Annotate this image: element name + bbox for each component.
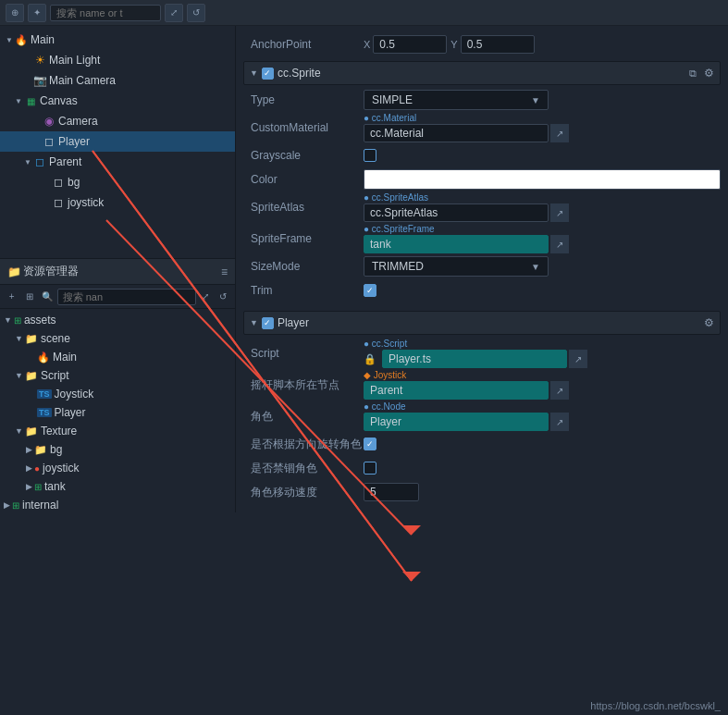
sprite-atlas-tag: ● cc.SpriteAtlas <box>364 192 721 203</box>
asset-label-script: Script <box>41 369 69 382</box>
joystick-node-field[interactable]: Parent <box>364 381 549 400</box>
asset-item-tank[interactable]: ▶ ⊞ tank <box>0 477 235 496</box>
anchor-y-field: Y <box>450 35 534 54</box>
asset-item-main-scene[interactable]: 🔥 Main <box>0 348 235 366</box>
bg-tex-icon: 📁 <box>34 444 47 456</box>
asset-item-bg-tex[interactable]: ▶ 📁 bg <box>0 440 235 459</box>
asset-add-btn[interactable]: + <box>4 289 19 305</box>
tree-item-camera[interactable]: ◉ Camera <box>0 111 235 131</box>
sprite-enable-checkbox[interactable]: ✓ <box>262 68 274 80</box>
tree-arrow-player <box>31 136 43 147</box>
tree-item-main-camera[interactable]: 📷 Main Camera <box>0 70 235 91</box>
tree-label-main-camera: Main Camera <box>49 74 116 87</box>
sprite-atlas-field[interactable]: cc.SpriteAtlas <box>364 203 549 222</box>
asset-item-joystick-tex[interactable]: ▶ ● joystick <box>0 459 235 477</box>
tree-item-joystick[interactable]: ◻ joystick <box>0 192 235 213</box>
custom-material-field[interactable]: cc.Material <box>364 124 549 142</box>
custom-material-pick-btn[interactable]: ↗ <box>550 124 569 142</box>
player-node-tag: ● cc.Node <box>364 401 721 412</box>
tree-item-player[interactable]: ◻ Player <box>0 131 235 152</box>
sprite-arrow: ▼ <box>250 68 258 78</box>
asset-search-btn[interactable]: 🔍 <box>39 289 55 305</box>
sprite-atlas-field-text: cc.SpriteAtlas <box>370 206 438 219</box>
joystick-ts-icon: TS <box>37 389 52 399</box>
move-speed-label: 角色移动速度 <box>243 485 364 500</box>
grayscale-label: Grayscale <box>243 149 364 162</box>
asset-item-player-ts[interactable]: TS Player <box>0 403 235 422</box>
joystick-node-value: ◆ Joystick Parent ↗ <box>364 370 721 400</box>
script-field[interactable]: Player.ts <box>382 350 567 368</box>
disable-rotate-checkbox[interactable] <box>364 462 376 475</box>
size-mode-label: SizeMode <box>243 260 364 273</box>
tree-item-canvas[interactable]: ▼ ▦ Canvas <box>0 91 235 111</box>
tree-item-main-light[interactable]: ☀ Main Light <box>0 50 235 70</box>
asset-item-scene[interactable]: ▼ 📁 scene <box>0 329 235 348</box>
y-label: Y <box>450 39 457 50</box>
player-arrow: ▼ <box>250 318 258 327</box>
sprite-gear-icon[interactable]: ⚙ <box>704 67 714 80</box>
sprite-copy-icon[interactable]: ⧉ <box>689 68 697 80</box>
x-label: X <box>364 39 370 50</box>
joystick-node-tag: ◆ Joystick <box>364 370 721 380</box>
internal-icon: ⊞ <box>12 500 19 511</box>
sprite-frame-container: ● cc.SpriteFrame tank ↗ <box>364 224 721 253</box>
tree-arrow-parent: ▼ <box>22 156 33 167</box>
asset-item-internal[interactable]: ▶ ⊞ internal <box>0 496 235 512</box>
sprite-atlas-pick-btn[interactable]: ↗ <box>550 203 569 222</box>
asset-item-assets[interactable]: ▼ ⊞ assets <box>0 311 235 329</box>
sprite-frame-field[interactable]: tank <box>364 235 549 253</box>
disable-rotate-value <box>364 462 721 475</box>
toolbar-btn-2[interactable]: ✦ <box>28 4 46 22</box>
color-field[interactable] <box>364 169 721 190</box>
tree-item-bg[interactable]: ◻ bg <box>0 172 235 192</box>
tree-item-parent[interactable]: ▼ ◻ Parent <box>0 152 235 172</box>
move-speed-row: 角色移动速度 <box>243 481 721 503</box>
asset-expand-btn[interactable]: ⤢ <box>198 289 214 305</box>
trim-checkbox[interactable]: ✓ <box>364 284 376 297</box>
player-node-field[interactable]: Player <box>364 413 549 431</box>
asset-item-texture[interactable]: ▼ 📁 Texture <box>0 422 235 440</box>
asset-refresh-btn[interactable]: ↺ <box>216 289 231 305</box>
player-gear-icon[interactable]: ⚙ <box>704 316 714 329</box>
toolbar-btn-4[interactable]: ↺ <box>187 4 205 22</box>
tree-label-canvas: Canvas <box>40 94 78 107</box>
script-label: Script <box>243 347 364 360</box>
asset-menu-icon[interactable]: ≡ <box>221 265 228 278</box>
type-select[interactable]: SIMPLE ▼ <box>364 90 549 110</box>
size-mode-select-text: TRIMMED <box>372 260 424 273</box>
joystick-tex-arrow: ▶ <box>26 463 32 473</box>
rotate-by-dir-checkbox[interactable]: ✓ <box>364 438 376 450</box>
sprite-frame-label: SpriteFrame <box>243 232 364 245</box>
anchor-x-input[interactable] <box>373 35 447 54</box>
joystick-node-pick-btn[interactable]: ↗ <box>550 381 569 400</box>
scene-search-input[interactable] <box>50 5 161 21</box>
tank-arrow: ▶ <box>26 482 32 491</box>
asset-item-joystick-ts[interactable]: TS Joystick <box>0 385 235 403</box>
internal-arrow: ▶ <box>4 500 10 510</box>
toolbar-btn-3[interactable]: ⤢ <box>165 4 183 22</box>
player-enable-checkbox[interactable]: ✓ <box>262 317 274 329</box>
asset-search-input[interactable] <box>57 289 196 305</box>
joystick-node-container: ◆ Joystick Parent ↗ <box>364 370 721 400</box>
asset-sort-btn[interactable]: ⊞ <box>21 289 37 305</box>
anchor-point-label: AnchorPoint <box>243 38 364 51</box>
asset-toolbar: + ⊞ 🔍 ⤢ ↺ <box>0 285 235 309</box>
asset-item-script[interactable]: ▼ 📁 Script <box>0 366 235 385</box>
right-panel: AnchorPoint X Y ▼ ✓ cc.Sprite ⧉ <box>236 26 728 512</box>
grayscale-checkbox[interactable] <box>364 149 376 162</box>
size-mode-select[interactable]: TRIMMED ▼ <box>364 256 549 277</box>
anchor-y-input[interactable] <box>461 35 535 54</box>
sprite-frame-pick-btn[interactable]: ↗ <box>550 235 569 253</box>
player-node-pick-btn[interactable]: ↗ <box>550 413 569 431</box>
asset-tree: ▼ ⊞ assets ▼ 📁 scene 🔥 Main <box>0 309 235 512</box>
sprite-atlas-value: ● cc.SpriteAtlas cc.SpriteAtlas ↗ <box>364 192 721 222</box>
tree-item-main[interactable]: ▼ 🔥 Main <box>0 30 235 50</box>
joystick-tex-icon: ● <box>34 463 40 474</box>
custom-material-container: ● cc.Material cc.Material ↗ <box>364 113 721 142</box>
camera-icon: 📷 <box>33 74 46 87</box>
toolbar-btn-1[interactable]: ⊕ <box>6 4 24 22</box>
sprite-section-title: cc.Sprite <box>278 67 685 80</box>
script-pick-btn[interactable]: ↗ <box>569 350 587 368</box>
move-speed-input[interactable] <box>364 483 419 501</box>
rotate-by-dir-value: ✓ <box>364 438 721 450</box>
